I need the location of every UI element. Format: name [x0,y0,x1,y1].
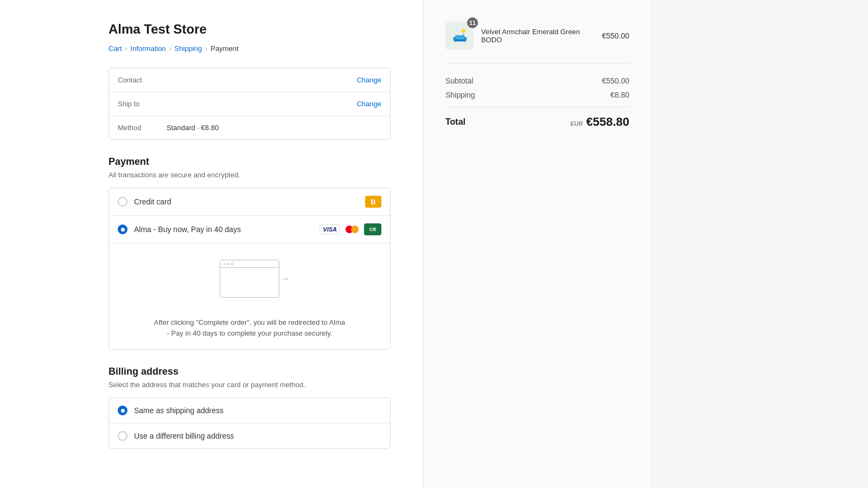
different-billing-radio[interactable] [118,431,127,441]
alma-radio[interactable] [118,224,127,234]
alma-option[interactable]: Alma - Buy now, Pay in 40 days VISA CB [109,216,390,243]
shipping-label: Shipping [445,91,475,99]
browser-icon: → [220,260,279,298]
different-billing-option[interactable]: Use a different billing address [109,423,390,448]
same-as-shipping-option[interactable]: Same as shipping address [109,398,390,423]
breadcrumb-sep-3: › [205,45,207,53]
redirect-text: After clicking "Complete order", you wil… [152,317,347,338]
contact-row: Contact Change [109,68,390,92]
breadcrumb-information[interactable]: Information [131,44,166,53]
product-price: €550.00 [602,31,629,40]
browser-dot-3 [231,263,233,265]
breadcrumb-sep-2: › [169,45,171,53]
billing-section: Billing address Select the address that … [108,366,391,449]
badge-b-icon: B [365,196,381,208]
total-right: EUR €558.80 [570,115,629,129]
product-thumb-wrap: 🛋️ 11 [445,22,474,50]
total-label: Total [445,117,465,127]
payment-title: Payment [108,156,391,168]
payment-subtitle: All transactions are secure and encrypte… [108,171,391,179]
product-name: Velvet Armchair Emerald Green BODO [481,28,594,44]
billing-title: Billing address [108,366,391,377]
shipping-row: Shipping €8.80 [445,91,629,99]
visa-icon: VISA [320,224,340,234]
shipping-value: €8.80 [610,91,629,99]
store-title: Alma Test Store [108,22,391,37]
credit-card-radio[interactable] [118,197,127,207]
different-billing-label: Use a different billing address [134,432,381,440]
total-currency: EUR [570,120,583,127]
breadcrumb-sep-1: › [125,45,127,53]
contact-change-link[interactable]: Change [356,76,381,84]
subtotal-label: Subtotal [445,76,473,85]
total-row: Total EUR €558.80 [445,107,629,129]
product-quantity-badge: 11 [467,17,478,28]
subtotal-value: €550.00 [602,76,629,85]
browser-dot-2 [227,263,229,265]
info-box: Contact Change Ship to Change Method Sta… [108,68,391,140]
cb-icon: CB [364,223,381,235]
method-label: Method [118,124,167,132]
payment-section: Payment All transactions are secure and … [108,156,391,350]
breadcrumb-cart[interactable]: Cart [108,44,122,53]
ship-to-change-link[interactable]: Change [356,100,381,108]
same-as-shipping-dot [121,409,125,413]
ship-to-row: Ship to Change [109,92,390,116]
browser-top [220,260,279,268]
credit-card-label: Credit card [134,197,359,206]
ship-to-label: Ship to [118,100,167,108]
contact-label: Contact [118,76,167,84]
browser-dot-1 [224,263,226,265]
subtotal-row: Subtotal €550.00 [445,76,629,85]
redirect-area: → After clicking "Complete order", you w… [109,243,390,349]
payment-options-box: Credit card B Alma - Buy now, Pay in 40 … [108,188,391,350]
total-amount: €558.80 [586,115,629,129]
breadcrumb-payment: Payment [210,44,238,53]
same-as-shipping-label: Same as shipping address [134,406,381,415]
same-as-shipping-radio[interactable] [118,406,127,415]
billing-subtitle: Select the address that matches your car… [108,381,391,389]
alma-radio-dot [121,228,125,232]
redirect-arrow-icon: → [281,274,290,284]
order-summary-panel: 🛋️ 11 Velvet Armchair Emerald Green BODO… [423,0,651,488]
alma-label: Alma - Buy now, Pay in 40 days [134,225,313,234]
mastercard-icon [343,223,361,235]
credit-card-option[interactable]: Credit card B [109,188,390,216]
billing-options-box: Same as shipping address Use a different… [108,397,391,449]
breadcrumb-shipping[interactable]: Shipping [175,44,202,53]
method-value: Standard · €8.80 [167,124,381,132]
card-icons: VISA CB [320,223,381,235]
breadcrumb: Cart › Information › Shipping › Payment [108,44,391,53]
method-row: Method Standard · €8.80 [109,116,390,139]
product-row: 🛋️ 11 Velvet Armchair Emerald Green BODO… [445,22,629,63]
